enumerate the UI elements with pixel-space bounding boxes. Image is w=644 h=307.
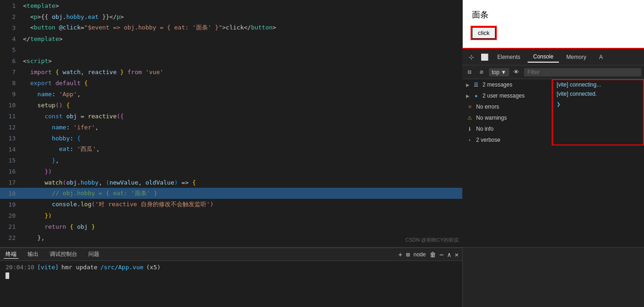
code-line-18: 18 // obj.hobby = { eat: '面条' } xyxy=(0,188,462,199)
trash-icon[interactable]: 🗑 xyxy=(430,251,436,258)
elements-icon[interactable]: ⬜ xyxy=(479,52,490,63)
warning-icon: ⚠ xyxy=(466,114,473,122)
console-user-messages-item[interactable]: ▶ ● 2 user messages xyxy=(462,90,552,101)
line-content-22: }, xyxy=(23,234,45,241)
code-line-19: 19 console.log('对 reactive 自身的修改不会触发监听') xyxy=(0,199,462,210)
verbose-label: 2 verbose xyxy=(476,137,500,143)
code-line-12: 12 name: 'ifer', xyxy=(0,122,462,133)
more-icon[interactable]: ⋯ xyxy=(440,251,443,258)
code-line-16: 16 }) xyxy=(0,166,462,177)
verbose-icon: • xyxy=(466,136,473,144)
code-line-4: 4</template> xyxy=(0,33,462,44)
code-line-17: 17 watch(obj.hobby, (newValue, oldValue)… xyxy=(0,177,462,188)
context-selector[interactable]: top ▼ xyxy=(489,68,509,76)
line-content-16: }) xyxy=(23,168,52,175)
terminal-time: 20:04:10 xyxy=(6,264,34,271)
line-number-21: 21 xyxy=(0,223,23,230)
terminal-tabs-bar: 终端 输出 调试控制台 问题 + ⊞ node 🗑 ⋯ ∧ ✕ xyxy=(0,248,462,261)
line-content-3: <button @click="$event => obj.hobby = { … xyxy=(23,23,276,32)
block-icon[interactable]: ⊘ xyxy=(477,68,486,77)
devtools-tabs-bar: ⊹ ⬜ Elements Console Memory A xyxy=(462,49,644,65)
preview-click-button[interactable]: click xyxy=(472,27,495,39)
console-errors-item[interactable]: ✕ No errors xyxy=(462,101,552,112)
add-terminal-icon[interactable]: + xyxy=(398,251,402,258)
tab-problems[interactable]: 问题 xyxy=(86,250,101,258)
code-line-13: 13 hobby: { xyxy=(0,133,462,144)
code-line-5: 5 xyxy=(0,44,462,55)
line-number-20: 20 xyxy=(0,212,23,219)
code-line-15: 15 }, xyxy=(0,155,462,166)
code-line-22: 22 }, xyxy=(0,232,462,243)
expand-icon[interactable]: ⊟ xyxy=(465,68,474,77)
console-warnings-item[interactable]: ⚠ No warnings xyxy=(462,112,552,123)
line-content-18: // obj.hobby = { eat: '面条' } xyxy=(23,189,157,197)
tab-output[interactable]: 输出 xyxy=(26,250,40,258)
error-icon: ✕ xyxy=(466,103,473,110)
line-number-14: 14 xyxy=(0,146,23,153)
dropdown-arrow-icon: ▼ xyxy=(501,69,506,75)
devtools-content: ▶ ☰ 2 messages ▶ ● 2 user messages ✕ No … xyxy=(462,79,644,145)
code-line-14: 14 eat: '西瓜', xyxy=(0,144,462,155)
terminal-vite-label: [vite] xyxy=(37,264,59,271)
line-number-4: 4 xyxy=(0,35,23,42)
up-icon[interactable]: ∧ xyxy=(447,251,451,258)
line-number-10: 10 xyxy=(0,102,23,109)
terminal-count: (x5) xyxy=(146,264,161,271)
warnings-label: No warnings xyxy=(476,115,507,121)
line-number-18: 18 xyxy=(0,190,23,197)
line-number-2: 2 xyxy=(0,13,23,20)
line-number-15: 15 xyxy=(0,157,23,164)
line-content-19: console.log('对 reactive 自身的修改不会触发监听') xyxy=(23,200,213,209)
line-number-6: 6 xyxy=(0,58,23,64)
line-number-5: 5 xyxy=(0,46,23,53)
line-number-22: 22 xyxy=(0,234,23,241)
terminal-log-line: 20:04:10 [vite] hmr update /src/App.vue … xyxy=(6,264,457,271)
tab-elements[interactable]: Elements xyxy=(492,52,526,62)
tab-memory[interactable]: Memory xyxy=(561,52,592,62)
line-content-6: <script> xyxy=(23,58,52,64)
terminal-content: 20:04:10 [vite] hmr update /src/App.vue … xyxy=(0,261,462,307)
devtools-panel: ⊹ ⬜ Elements Console Memory A ⊟ ⊘ top ▼ … xyxy=(462,48,644,145)
tab-console[interactable]: Console xyxy=(528,52,559,63)
console-messages-item[interactable]: ▶ ☰ 2 messages xyxy=(462,79,552,90)
console-verbose-item[interactable]: • 2 verbose xyxy=(462,134,552,145)
line-number-17: 17 xyxy=(0,179,23,186)
line-content-13: hobby: { xyxy=(23,135,80,142)
terminal-area: 终端 输出 调试控制台 问题 + ⊞ node 🗑 ⋯ ∧ ✕ 20:04:10… xyxy=(0,248,462,307)
line-number-7: 7 xyxy=(0,69,23,75)
console-info-item[interactable]: ℹ No info xyxy=(462,123,552,134)
prompt-arrow-icon: ❯ xyxy=(557,100,560,108)
terminal-cursor xyxy=(6,272,9,279)
line-content-8: export default { xyxy=(23,80,88,87)
filter-input[interactable] xyxy=(524,68,641,76)
eye-icon[interactable]: 👁 xyxy=(512,68,521,77)
code-line-10: 10 setup() { xyxy=(0,99,462,110)
terminal-msg-text: hmr update xyxy=(62,264,98,271)
info-label: No info xyxy=(476,126,494,132)
errors-label: No errors xyxy=(476,104,499,110)
node-label: node xyxy=(414,251,426,258)
cursor-icon[interactable]: ⊹ xyxy=(466,52,477,63)
split-terminal-icon[interactable]: ⊞ xyxy=(406,251,410,258)
code-line-1: 1<template> xyxy=(0,0,462,11)
code-line-6: 6<script> xyxy=(0,55,462,66)
code-editor: 1<template>2 <p>{{ obj.hobby.eat }}</p>3… xyxy=(0,0,462,247)
code-line-21: 21 return { obj } xyxy=(0,221,462,232)
console-prompt[interactable]: ❯ xyxy=(553,98,643,110)
tab-debug-console[interactable]: 调试控制台 xyxy=(48,250,79,258)
code-line-8: 8 export default { xyxy=(0,77,462,88)
devtools-toolbar: ⊟ ⊘ top ▼ 👁 xyxy=(462,65,644,79)
line-number-8: 8 xyxy=(0,80,23,87)
line-content-14: eat: '西瓜', xyxy=(23,145,100,153)
console-log-1: [vite] connected. xyxy=(553,89,643,98)
console-filter-list: ▶ ☰ 2 messages ▶ ● 2 user messages ✕ No … xyxy=(462,79,552,145)
line-number-16: 16 xyxy=(0,168,23,175)
watermark-text: CSDN @初映CY的前说 xyxy=(405,237,459,243)
terminal-path: /src/App.vue xyxy=(100,264,144,271)
code-line-2: 2 <p>{{ obj.hobby.eat }}</p> xyxy=(0,11,462,22)
close-icon[interactable]: ✕ xyxy=(455,251,459,258)
messages-label: 2 messages xyxy=(483,81,512,88)
chevron-right-icon-2: ▶ xyxy=(466,93,470,98)
tab-more[interactable]: A xyxy=(593,52,608,62)
tab-terminal[interactable]: 终端 xyxy=(4,250,18,259)
